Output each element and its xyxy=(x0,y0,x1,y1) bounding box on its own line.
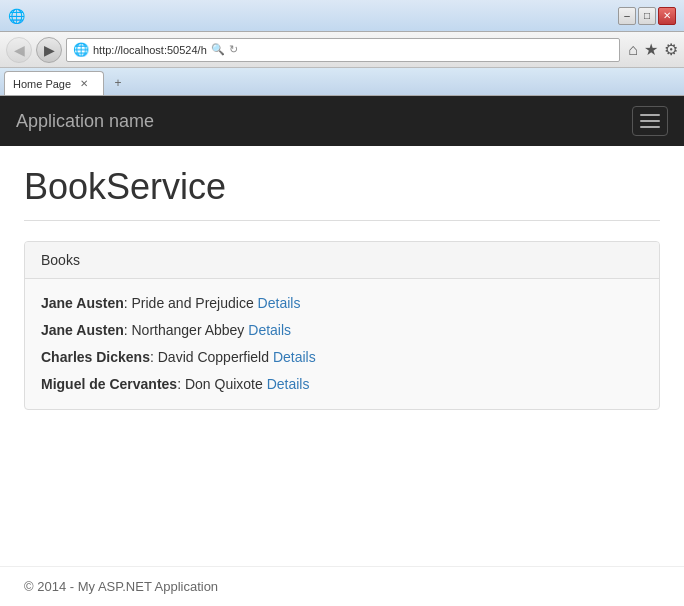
footer-text: © 2014 - My ASP.NET Application xyxy=(24,579,218,594)
address-text: http://localhost:50524/h xyxy=(93,44,207,56)
hamburger-line-2 xyxy=(640,120,660,122)
book-author: Jane Austen xyxy=(41,322,124,338)
active-tab[interactable]: Home Page ✕ xyxy=(4,71,104,95)
home-icon[interactable]: ⌂ xyxy=(628,41,638,59)
navigation-bar: ◀ ▶ 🌐 http://localhost:50524/h 🔍 ↻ ⌂ ★ ⚙ xyxy=(0,32,684,68)
close-button[interactable]: ✕ xyxy=(658,7,676,25)
title-bar-left: 🌐 xyxy=(8,8,25,24)
title-bar: 🌐 – □ ✕ xyxy=(0,0,684,32)
minimize-button[interactable]: – xyxy=(618,7,636,25)
tab-title: Home Page xyxy=(13,78,71,90)
hamburger-line-3 xyxy=(640,126,660,128)
app-brand: Application name xyxy=(16,111,154,132)
list-item: Charles Dickens: David Copperfield Detai… xyxy=(41,347,643,368)
page-title: BookService xyxy=(24,166,660,208)
footer: © 2014 - My ASP.NET Application xyxy=(0,566,684,606)
books-panel-body: Jane Austen: Pride and Prejudice Details… xyxy=(25,279,659,409)
book-author: Charles Dickens xyxy=(41,349,150,365)
main-content: BookService Books Jane Austen: Pride and… xyxy=(0,146,684,430)
maximize-button[interactable]: □ xyxy=(638,7,656,25)
forward-button[interactable]: ▶ xyxy=(36,37,62,63)
app-content: Application name BookService Books Jane … xyxy=(0,96,684,578)
address-globe-icon: 🌐 xyxy=(73,42,89,57)
settings-icon[interactable]: ⚙ xyxy=(664,40,678,59)
toolbar-icons: ⌂ ★ ⚙ xyxy=(628,40,678,59)
details-link[interactable]: Details xyxy=(267,376,310,392)
list-item: Jane Austen: Northanger Abbey Details xyxy=(41,320,643,341)
app-navbar: Application name xyxy=(0,96,684,146)
window-chrome: 🌐 – □ ✕ ◀ ▶ 🌐 http://localhost:50524/h 🔍… xyxy=(0,0,684,96)
tab-bar: Home Page ✕ + xyxy=(0,68,684,96)
back-button[interactable]: ◀ xyxy=(6,37,32,63)
list-item: Miguel de Cervantes: Don Quixote Details xyxy=(41,374,643,395)
new-tab-button[interactable]: + xyxy=(104,71,132,95)
favorites-icon[interactable]: ★ xyxy=(644,40,658,59)
page-divider xyxy=(24,220,660,221)
app-icon: 🌐 xyxy=(8,8,25,24)
book-author: Jane Austen xyxy=(41,295,124,311)
details-link[interactable]: Details xyxy=(248,322,291,338)
tab-close-button[interactable]: ✕ xyxy=(77,77,91,91)
details-link[interactable]: Details xyxy=(273,349,316,365)
book-author: Miguel de Cervantes xyxy=(41,376,177,392)
window-btn-group: – □ ✕ xyxy=(618,7,676,25)
hamburger-line-1 xyxy=(640,114,660,116)
details-link[interactable]: Details xyxy=(258,295,301,311)
list-item: Jane Austen: Pride and Prejudice Details xyxy=(41,293,643,314)
address-bar[interactable]: 🌐 http://localhost:50524/h 🔍 ↻ xyxy=(66,38,620,62)
books-panel: Books Jane Austen: Pride and Prejudice D… xyxy=(24,241,660,410)
hamburger-button[interactable] xyxy=(632,106,668,136)
refresh-icon: ↻ xyxy=(229,43,238,56)
address-search-icon: 🔍 xyxy=(211,43,225,56)
books-panel-header: Books xyxy=(25,242,659,279)
